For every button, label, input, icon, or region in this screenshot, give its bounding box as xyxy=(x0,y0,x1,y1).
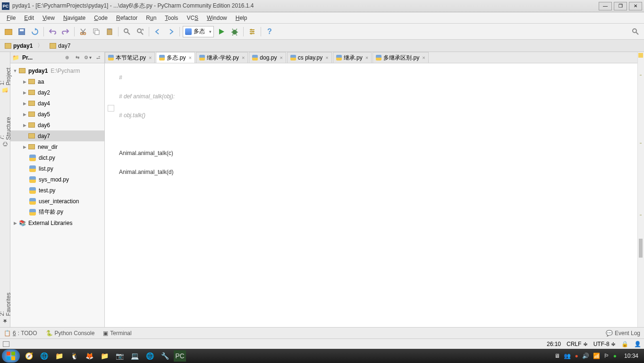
editor-tab[interactable]: 继承-学校.py× xyxy=(196,52,248,63)
scrollbar-thumb[interactable] xyxy=(639,239,643,258)
close-tab-icon[interactable]: × xyxy=(365,55,368,60)
lock-icon[interactable]: 🔒 xyxy=(621,341,628,347)
taskbar-app[interactable]: 🌐 xyxy=(144,350,156,362)
help-icon[interactable]: ? xyxy=(264,26,275,37)
taskbar-app[interactable]: 🌐 xyxy=(38,350,50,362)
close-tab-icon[interactable]: × xyxy=(188,55,191,60)
editor-tab[interactable]: 多态.py× xyxy=(156,52,195,63)
tray-volume-icon[interactable]: 🔊 xyxy=(582,353,589,359)
sync-icon[interactable] xyxy=(29,26,41,37)
collapse-icon[interactable]: ⇆ xyxy=(73,53,82,62)
menu-run[interactable]: Run xyxy=(142,14,160,22)
tree-folder-day7[interactable]: day7 xyxy=(10,130,104,141)
taskbar-app[interactable]: 🦊 xyxy=(83,350,95,362)
editor-tab[interactable]: 多继承区别.py× xyxy=(373,52,428,63)
debug-icon[interactable] xyxy=(229,26,240,37)
tray-icon[interactable]: 🖥 xyxy=(554,353,560,359)
taskbar-app[interactable]: 📁 xyxy=(53,350,65,362)
bottom-tab-event-log[interactable]: 💬 Event Log xyxy=(606,330,640,337)
paste-icon[interactable] xyxy=(104,26,115,37)
run-icon[interactable] xyxy=(216,26,227,37)
taskbar-clock[interactable]: 10:34 xyxy=(620,353,642,359)
tree-file[interactable]: 猜年龄.py xyxy=(10,207,104,217)
start-button[interactable] xyxy=(2,349,20,363)
hide-icon[interactable]: ⥄ xyxy=(94,53,102,62)
menu-window[interactable]: Window xyxy=(203,14,231,22)
gear-icon[interactable]: ⚙ ▾ xyxy=(84,53,92,62)
close-tab-icon[interactable]: × xyxy=(280,55,282,60)
tree-file[interactable]: user_interaction xyxy=(10,196,104,207)
tree-folder-aa[interactable]: ▶aa xyxy=(10,76,104,87)
crumb-folder[interactable]: day7 xyxy=(48,43,80,49)
back-icon[interactable] xyxy=(152,26,163,37)
tree-folder-day5[interactable]: ▶day5 xyxy=(10,109,104,120)
tree-folder-day2[interactable]: ▶day2 xyxy=(10,87,104,98)
menu-edit[interactable]: Edit xyxy=(20,14,38,22)
tree-folder-day6[interactable]: ▶day6 xyxy=(10,120,104,130)
code-editor[interactable]: ## def animal_talk(obj):# obj.talk() Ani… xyxy=(105,63,644,327)
tray-flag-icon[interactable]: 🏳 xyxy=(604,353,610,359)
tree-file[interactable]: test.py xyxy=(10,185,104,196)
editor-error-stripe[interactable] xyxy=(637,52,644,327)
tray-icon[interactable]: 👥 xyxy=(564,353,571,359)
taskbar-app[interactable]: 💻 xyxy=(128,350,141,362)
tree-file[interactable]: list.py xyxy=(10,163,104,174)
maximize-button[interactable]: ❐ xyxy=(614,2,627,10)
close-tab-icon[interactable]: × xyxy=(422,55,425,60)
tree-external-libs[interactable]: ▶External Libraries xyxy=(10,217,104,228)
tray-icon[interactable]: ● xyxy=(575,353,578,359)
menu-code[interactable]: Code xyxy=(90,14,111,22)
minimize-button[interactable]: — xyxy=(599,2,612,10)
taskbar-app[interactable]: 🐧 xyxy=(68,350,80,362)
tree-folder-new_dir[interactable]: ▶new_dir xyxy=(10,141,104,152)
status-panel-toggle-icon[interactable] xyxy=(3,341,9,347)
file-encoding[interactable]: UTF-8 ≑ xyxy=(593,341,616,347)
menu-file[interactable]: File xyxy=(3,14,19,22)
menu-view[interactable]: View xyxy=(39,14,59,22)
menu-navigate[interactable]: Navigate xyxy=(59,14,89,22)
close-button[interactable]: ✕ xyxy=(629,2,642,10)
cut-icon[interactable] xyxy=(77,26,89,37)
replace-icon[interactable] xyxy=(135,26,146,37)
menu-refactor[interactable]: Refactor xyxy=(112,14,141,22)
sidebar-tab-structure[interactable]: ⌬ 7: Structure xyxy=(0,111,13,149)
inspection-indicator[interactable] xyxy=(638,53,643,58)
tree-file[interactable]: sys_mod.py xyxy=(10,174,104,185)
save-icon[interactable] xyxy=(16,26,27,37)
tree-folder-day4[interactable]: ▶day4 xyxy=(10,98,104,109)
sidebar-tab-project[interactable]: 📁 1: Project xyxy=(0,61,13,97)
open-icon[interactable] xyxy=(3,26,14,37)
search-everywhere-icon[interactable] xyxy=(630,26,641,37)
bottom-tab-terminal[interactable]: ▣ Terminal xyxy=(103,330,131,337)
menu-tools[interactable]: Tools xyxy=(161,14,182,22)
stripe-mark[interactable] xyxy=(640,143,642,144)
menu-help[interactable]: Help xyxy=(232,14,251,22)
taskbar-app[interactable]: 📷 xyxy=(113,350,126,362)
copy-icon[interactable] xyxy=(91,26,102,37)
bottom-tab-todo[interactable]: 📋 6: TODO xyxy=(4,330,37,337)
crumb-root[interactable]: pyday1 xyxy=(3,42,48,50)
scroll-from-source-icon[interactable]: ⊕ xyxy=(63,53,71,62)
gutter-fold-icon[interactable] xyxy=(108,105,114,112)
close-tab-icon[interactable]: × xyxy=(325,55,328,60)
undo-icon[interactable] xyxy=(47,26,58,37)
sidebar-tab-favorites[interactable]: ★ 2: Favorites xyxy=(0,287,13,327)
taskbar-app[interactable]: 🧭 xyxy=(23,350,35,362)
tree-root[interactable]: ▼pyday1E:\Pycharm xyxy=(10,65,104,76)
tree-file[interactable]: dict.py xyxy=(10,152,104,163)
taskbar-app[interactable]: 📁 xyxy=(98,350,110,362)
cursor-position[interactable]: 26:10 xyxy=(547,341,561,347)
find-icon[interactable] xyxy=(121,26,133,37)
editor-tab[interactable]: 本节笔记.py× xyxy=(105,52,155,63)
bottom-tab-python-console[interactable]: 🐍 Python Console xyxy=(46,330,95,337)
run-config-selector[interactable]: 多态 xyxy=(183,26,214,37)
settings-icon[interactable] xyxy=(246,26,258,37)
menu-vcs[interactable]: VCS xyxy=(183,14,202,22)
taskbar-pycharm[interactable]: PC xyxy=(174,350,186,362)
editor-tab[interactable]: 继承.py× xyxy=(333,52,372,63)
forward-icon[interactable] xyxy=(165,26,177,37)
editor-tab[interactable]: dog.py× xyxy=(249,52,286,63)
tray-icon[interactable]: 📶 xyxy=(593,353,600,359)
redo-icon[interactable] xyxy=(60,26,71,37)
tray-icon[interactable]: ● xyxy=(613,353,617,359)
